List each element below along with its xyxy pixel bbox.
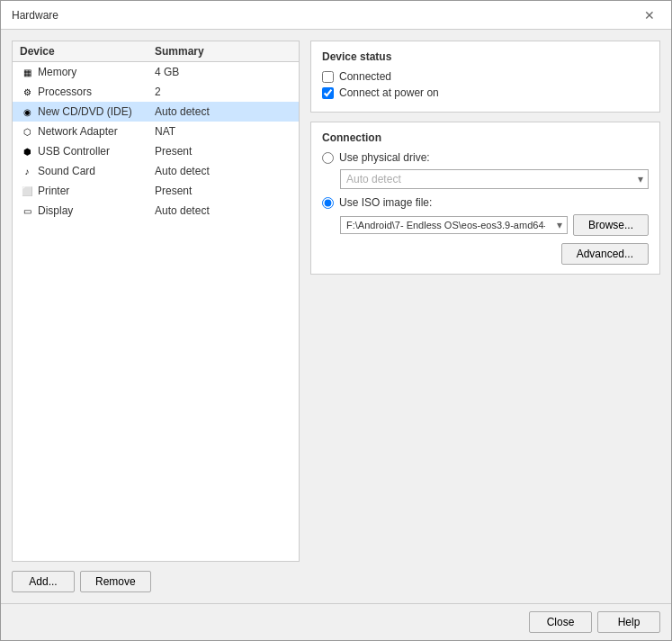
- device-row-icon: ⬜: [20, 184, 34, 198]
- device-row-summary: Auto detect: [155, 105, 291, 118]
- device-status-title: Device status: [322, 50, 649, 63]
- device-row-icon: ♪: [20, 164, 34, 178]
- titlebar: Hardware ✕: [1, 1, 671, 30]
- table-header: Device Summary: [13, 41, 299, 62]
- iso-path-select[interactable]: F:\Android\7- Endless OS\eos-eos3.9-amd6…: [340, 216, 568, 234]
- auto-detect-dropdown-wrapper: Auto detect: [340, 169, 649, 189]
- device-row-name: Network Adapter: [38, 125, 155, 138]
- use-iso-radio[interactable]: [322, 197, 334, 209]
- connected-checkbox[interactable]: [322, 71, 334, 83]
- device-row-icon: ⚙: [20, 85, 34, 99]
- use-physical-row: Use physical drive:: [322, 151, 649, 164]
- help-button[interactable]: Help: [597, 611, 660, 633]
- device-row-summary: 4 GB: [155, 66, 291, 78]
- device-row-icon: ⬡: [20, 124, 34, 139]
- device-row-summary: Auto detect: [155, 204, 291, 217]
- left-panel: Device Summary ▦Memory4 GB⚙Processors2◉N…: [12, 41, 300, 592]
- device-row-name: New CD/DVD (IDE): [38, 105, 155, 118]
- connect-power-row: Connect at power on: [322, 86, 649, 99]
- device-row-name: Processors: [38, 86, 155, 98]
- advanced-row: Advanced...: [322, 243, 649, 265]
- connect-power-checkbox[interactable]: [322, 87, 334, 99]
- device-status-section: Device status Connected Connect at power…: [310, 41, 660, 113]
- use-iso-row: Use ISO image file:: [322, 196, 649, 209]
- device-row-icon: ▦: [20, 65, 34, 79]
- col-device-header: Device: [20, 45, 155, 58]
- use-iso-label: Use ISO image file:: [339, 196, 432, 209]
- browse-button[interactable]: Browse...: [573, 214, 649, 236]
- dialog-close-button[interactable]: Close: [529, 611, 592, 633]
- use-physical-radio[interactable]: [322, 152, 334, 164]
- device-row-summary: Present: [155, 185, 291, 197]
- device-row-summary: Present: [155, 145, 291, 158]
- add-button[interactable]: Add...: [12, 571, 75, 592]
- hardware-dialog: Hardware ✕ Device Summary ▦Memory4 GB⚙Pr…: [0, 0, 672, 641]
- table-row[interactable]: ▦Memory4 GB: [13, 62, 299, 82]
- connected-row: Connected: [322, 70, 649, 83]
- device-row-name: USB Controller: [38, 145, 155, 158]
- device-row-name: Display: [38, 204, 155, 217]
- close-icon[interactable]: ✕: [639, 6, 660, 24]
- table-row[interactable]: ⬡Network AdapterNAT: [13, 122, 299, 141]
- device-row-name: Printer: [38, 185, 155, 197]
- device-row-icon: ▭: [20, 203, 34, 218]
- connection-title: Connection: [322, 131, 649, 144]
- device-row-summary: Auto detect: [155, 165, 291, 177]
- auto-detect-row: Auto detect: [340, 169, 649, 189]
- device-row-name: Memory: [38, 66, 155, 78]
- device-row-icon: ⬢: [20, 144, 34, 158]
- table-row[interactable]: ⚙Processors2: [13, 82, 299, 102]
- main-content: Device Summary ▦Memory4 GB⚙Processors2◉N…: [1, 30, 671, 603]
- col-summary-header: Summary: [155, 45, 291, 58]
- table-row[interactable]: ▭DisplayAuto detect: [13, 201, 299, 221]
- table-row[interactable]: ◉New CD/DVD (IDE)Auto detect: [13, 102, 299, 122]
- iso-path-wrapper: F:\Android\7- Endless OS\eos-eos3.9-amd6…: [340, 216, 568, 234]
- table-row[interactable]: ⬢USB ControllerPresent: [13, 141, 299, 161]
- auto-detect-dropdown[interactable]: Auto detect: [340, 169, 649, 189]
- device-table: Device Summary ▦Memory4 GB⚙Processors2◉N…: [12, 41, 300, 562]
- bottom-bar: Close Help: [1, 603, 671, 640]
- use-physical-label: Use physical drive:: [339, 151, 430, 164]
- table-row[interactable]: ♪Sound CardAuto detect: [13, 161, 299, 181]
- device-row-summary: 2: [155, 86, 291, 98]
- connect-power-label: Connect at power on: [339, 86, 439, 99]
- device-row-icon: ◉: [20, 104, 34, 119]
- right-panel: Device status Connected Connect at power…: [310, 41, 660, 592]
- connected-label: Connected: [339, 70, 391, 83]
- connection-section: Connection Use physical drive: Auto dete…: [310, 122, 660, 275]
- remove-button[interactable]: Remove: [80, 571, 151, 592]
- iso-path-row: F:\Android\7- Endless OS\eos-eos3.9-amd6…: [340, 214, 649, 236]
- dialog-title: Hardware: [12, 9, 58, 22]
- table-row[interactable]: ⬜PrinterPresent: [13, 181, 299, 201]
- left-buttons: Add... Remove: [12, 567, 300, 592]
- device-row-summary: NAT: [155, 125, 291, 138]
- device-row-name: Sound Card: [38, 165, 155, 177]
- advanced-button[interactable]: Advanced...: [561, 243, 649, 265]
